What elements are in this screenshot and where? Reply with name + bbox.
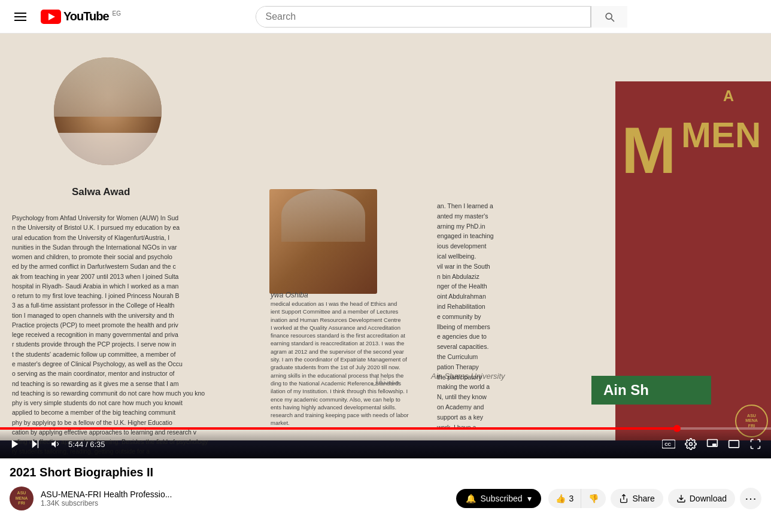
chevron-down-icon: ▾ (527, 494, 532, 503)
ain-shams-sign: Ain Sh (591, 376, 711, 405)
youtube-icon (41, 10, 61, 24)
channel-avatar[interactable]: ASUMENAFRI (10, 487, 34, 510)
svg-marker-3 (32, 440, 37, 448)
next-icon (30, 439, 41, 449)
share-icon (619, 494, 629, 503)
ain-shams-text: Ain Sh (603, 382, 649, 398)
svg-rect-4 (38, 440, 39, 448)
miniplayer-icon (706, 438, 718, 450)
thumbs-down-icon: 👎 (588, 494, 599, 503)
menu-button[interactable] (10, 8, 31, 26)
fullscreen-icon (749, 438, 761, 450)
time-display: 5:44 / 6:35 (68, 440, 105, 449)
below-video: 2021 Short Biographies II ASUMENAFRI ASU… (0, 458, 771, 515)
search-input-wrap (256, 6, 591, 28)
volume-icon (50, 439, 61, 449)
m-letter: M (621, 117, 676, 183)
play-icon (10, 439, 20, 449)
download-button[interactable]: Download (668, 489, 735, 508)
like-button[interactable]: 👍 3 (548, 489, 582, 508)
slide-background: Salwa Awad Psychology from Ahfad Univers… (0, 34, 771, 440)
settings-icon (685, 438, 697, 450)
person-name: Salwa Awad (72, 186, 130, 198)
video-player[interactable]: Salwa Awad Psychology from Ahfad Univers… (0, 34, 771, 458)
fullscreen-button[interactable] (747, 436, 764, 452)
dislike-button[interactable]: 👎 (581, 489, 606, 508)
slide-right-text: an. Then I learned a anted my master's a… (437, 201, 575, 432)
svg-marker-5 (51, 440, 56, 448)
second-person-name: ywa Oshiba (271, 291, 308, 299)
subscribed-label: Subscribed (481, 494, 523, 503)
svg-rect-10 (712, 443, 717, 446)
right-sign-area: M MEN A Ain Sh ASUMENAFRI (615, 81, 771, 440)
men-text: MEN (681, 117, 761, 153)
next-button[interactable] (28, 436, 43, 452)
thumbs-up-icon: 👍 (556, 494, 566, 503)
university-watermark: Ain Shams University (431, 372, 505, 381)
slide-main-text: Psychology from Ahfad University for Wom… (12, 213, 281, 458)
bell-icon: 🔔 (466, 494, 476, 503)
like-count: 3 (569, 494, 574, 503)
country-code: EG (113, 10, 121, 17)
more-options-button[interactable]: ⋯ (740, 488, 761, 509)
svg-text:CC: CC (664, 442, 671, 447)
action-buttons: 👍 3 👎 Share Download (548, 488, 761, 509)
subtitles-button[interactable]: CC (660, 437, 678, 451)
video-frame: Salwa Awad Psychology from Ahfad Univers… (0, 34, 771, 458)
right-controls: CC (660, 436, 764, 452)
miniplayer-button[interactable] (704, 436, 721, 452)
svg-rect-11 (729, 440, 739, 448)
header: YouTube EG (0, 0, 771, 34)
svg-marker-2 (12, 440, 19, 448)
play-button[interactable] (7, 436, 23, 452)
share-label: Share (632, 494, 654, 503)
subscriber-count: 1.34K subscribers (41, 499, 449, 507)
share-button[interactable]: Share (611, 489, 663, 508)
mena-fri-text: ASUMENAFRI (745, 414, 758, 428)
theatre-icon (728, 438, 740, 450)
svg-point-8 (690, 443, 693, 446)
search-button[interactable] (591, 6, 627, 28)
subtitles-icon: CC (662, 439, 675, 449)
like-dislike-group: 👍 3 👎 (548, 489, 606, 508)
more-icon: ⋯ (745, 491, 757, 506)
search-icon (603, 11, 615, 23)
channel-info: ASU-MENA-FRI Health Professio... 1.34K s… (41, 490, 449, 507)
channel-name[interactable]: ASU-MENA-FRI Health Professio... (41, 490, 449, 499)
second-person-photo (269, 189, 377, 294)
search-bar (145, 6, 737, 28)
video-title: 2021 Short Biographies II (10, 466, 761, 479)
theatre-button[interactable] (726, 436, 742, 452)
search-input[interactable] (256, 7, 590, 27)
settings-button[interactable] (682, 436, 699, 452)
download-label: Download (690, 494, 727, 503)
person-photo-area (48, 57, 168, 189)
video-controls: 5:44 / 6:35 CC (0, 430, 771, 458)
header-left: YouTube EG (10, 8, 121, 26)
second-person-text: medical education as I was the head of E… (271, 300, 432, 427)
youtube-logo[interactable]: YouTube EG (41, 10, 121, 24)
volume-button[interactable] (48, 436, 63, 452)
youtube-text: YouTube (63, 10, 109, 23)
channel-row: ASUMENAFRI ASU-MENA-FRI Health Professio… (10, 487, 761, 510)
channel-avatar-inner: ASUMENAFRI (16, 491, 28, 506)
a-letter: A (723, 87, 734, 105)
subscribe-button[interactable]: 🔔 Subscribed ▾ (456, 489, 541, 508)
download-icon (676, 494, 686, 503)
